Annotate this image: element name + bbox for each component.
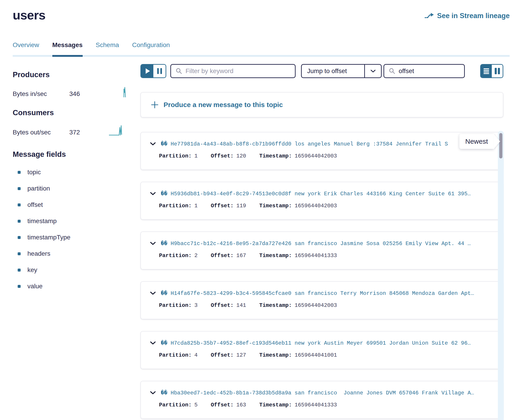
stream-lineage-link[interactable]: See in Stream lineage xyxy=(424,12,510,20)
chevron-down-icon xyxy=(150,391,156,395)
offset-value: 119 xyxy=(236,203,246,209)
message-key: �� Hba30eed7-1edc-452b-8b1a-738d3b5d8a9a… xyxy=(161,390,474,396)
timestamp-label: Timestamp: xyxy=(259,402,292,408)
offset-value: 120 xyxy=(236,153,246,159)
field-item-topic: topic xyxy=(18,169,128,176)
message-meta: Partition:2 Offset:167 Timestamp:1659644… xyxy=(150,253,496,259)
offset-value: 167 xyxy=(236,253,246,259)
produce-message-button[interactable]: Produce a new message to this topic xyxy=(140,92,503,117)
chevron-down-icon xyxy=(150,341,156,345)
tab-schema[interactable]: Schema xyxy=(96,41,119,55)
scrollbar-track[interactable] xyxy=(498,131,504,420)
offset-label: Offset: xyxy=(211,153,233,159)
keyword-filter-input[interactable] xyxy=(185,68,290,75)
message-meta: Partition:1 Offset:119 Timestamp:1659644… xyxy=(150,203,496,209)
message-row-header[interactable]: �� H9bacc71c-b12c-4216-8e95-2a7da727e426… xyxy=(150,240,496,247)
produce-message-label: Produce a new message to this topic xyxy=(163,101,283,109)
partition-label: Partition: xyxy=(159,302,192,308)
bullet-icon xyxy=(18,252,21,255)
message-list: �� He77981da-4a43-48ab-b8f8-cb71b96ffdd0… xyxy=(140,132,503,419)
field-item-headers: headers xyxy=(18,250,128,257)
field-item-value: value xyxy=(18,283,128,290)
partition-value: 2 xyxy=(194,253,198,259)
page-header: users See in Stream lineage xyxy=(13,8,510,22)
partition-value: 1 xyxy=(194,153,198,159)
chevron-down-icon xyxy=(150,292,156,295)
column-view-icon xyxy=(495,68,497,74)
field-label: topic xyxy=(27,169,41,176)
field-item-timestampType: timestampType xyxy=(18,234,128,241)
timestamp-label: Timestamp: xyxy=(259,352,292,358)
message-row-header[interactable]: �� H7cda825b-35b7-4952-88ef-c193d546eb11… xyxy=(150,340,496,346)
offset-label: Offset: xyxy=(211,402,233,408)
bytes-out-value: 372 xyxy=(69,129,80,136)
message-key: �� H9bacc71c-b12c-4216-8e95-2a7da727e426… xyxy=(161,240,471,247)
offset-label: Offset: xyxy=(211,203,233,209)
timestamp-value: 1659644042003 xyxy=(295,302,337,308)
message-key: �� H5936db81-b943-4e0f-8c29-74513e0c0d8f… xyxy=(161,190,471,197)
partition-label: Partition: xyxy=(159,352,192,358)
tab-configuration[interactable]: Configuration xyxy=(132,41,170,55)
bytes-out-label: Bytes out/sec xyxy=(13,129,69,136)
timestamp-label: Timestamp: xyxy=(259,253,292,259)
offset-label: Offset: xyxy=(211,302,233,308)
message-row-header[interactable]: �� H5936db81-b943-4e0f-8c29-74513e0c0d8f… xyxy=(150,190,496,197)
timestamp-value: 1659644042003 xyxy=(295,203,337,209)
tab-underline-track xyxy=(13,55,510,57)
message-key: �� He77981da-4a43-48ab-b8f8-cb71b96ffdd0… xyxy=(161,141,448,147)
bullet-icon xyxy=(18,236,21,239)
field-label: partition xyxy=(27,185,50,192)
jump-to-offset-select[interactable]: Jump to offset xyxy=(301,64,382,78)
bullet-icon xyxy=(18,171,21,174)
field-label: value xyxy=(27,283,43,290)
message-meta: Partition:3 Offset:141 Timestamp:1659644… xyxy=(150,302,496,308)
partition-label: Partition: xyxy=(159,203,192,209)
list-view-button[interactable] xyxy=(481,65,492,77)
pause-icon xyxy=(157,68,159,74)
timestamp-value: 1659644041333 xyxy=(295,253,337,259)
bytes-in-label: Bytes in/sec xyxy=(13,90,69,98)
bullet-icon xyxy=(18,220,21,223)
message-row-header[interactable]: �� He77981da-4a43-48ab-b8f8-cb71b96ffdd0… xyxy=(150,141,496,147)
message-row-header[interactable]: �� Hba30eed7-1edc-452b-8b1a-738d3b5d8a9a… xyxy=(150,390,496,396)
stream-lineage-icon xyxy=(424,12,434,20)
field-label: timestampType xyxy=(27,234,70,241)
chevron-down-icon xyxy=(150,242,156,245)
message-fields-heading: Message fields xyxy=(13,150,128,159)
jump-to-offset-value: Jump to offset xyxy=(302,68,364,75)
column-view-button[interactable] xyxy=(492,65,503,77)
pause-button[interactable] xyxy=(153,65,166,77)
field-label: offset xyxy=(27,201,43,208)
partition-label: Partition: xyxy=(159,153,192,159)
field-label: headers xyxy=(27,250,50,257)
offset-search-input[interactable] xyxy=(399,68,460,75)
play-button[interactable] xyxy=(141,65,153,77)
timestamp-label: Timestamp: xyxy=(259,203,292,209)
field-item-timestamp: timestamp xyxy=(18,218,128,225)
field-item-offset: offset xyxy=(18,201,128,208)
message-row: �� H14fa67fe-5823-4299-b3c4-595845cfcae0… xyxy=(140,281,503,319)
message-meta: Partition:5 Offset:163 Timestamp:1659644… xyxy=(150,402,496,408)
timestamp-label: Timestamp: xyxy=(259,153,292,159)
partition-label: Partition: xyxy=(159,253,192,259)
message-meta: Partition:1 Offset:120 Timestamp:1659644… xyxy=(150,153,496,159)
offset-value: 127 xyxy=(236,352,246,358)
consumers-heading: Consumers xyxy=(13,108,128,117)
field-item-partition: partition xyxy=(18,185,128,192)
tab-overview[interactable]: Overview xyxy=(13,41,39,55)
message-row: �� H5936db81-b943-4e0f-8c29-74513e0c0d8f… xyxy=(140,182,503,220)
timestamp-value: 1659644041333 xyxy=(295,402,337,408)
partition-value: 5 xyxy=(194,402,198,408)
offset-search-field xyxy=(384,64,465,78)
field-label: timestamp xyxy=(27,218,57,225)
timestamp-value: 1659644042003 xyxy=(295,153,337,159)
partition-label: Partition: xyxy=(159,402,192,408)
producers-heading: Producers xyxy=(13,70,128,79)
page-title: users xyxy=(13,8,45,22)
message-meta: Partition:4 Offset:127 Timestamp:1659644… xyxy=(150,352,496,358)
bytes-out-sparkline xyxy=(108,125,128,136)
tab-messages[interactable]: Messages xyxy=(52,41,83,55)
message-row-header[interactable]: �� H14fa67fe-5823-4299-b3c4-595845cfcae0… xyxy=(150,290,496,296)
chevron-down-icon xyxy=(364,65,381,77)
message-key: �� H14fa67fe-5823-4299-b3c4-595845cfcae0… xyxy=(161,290,474,296)
